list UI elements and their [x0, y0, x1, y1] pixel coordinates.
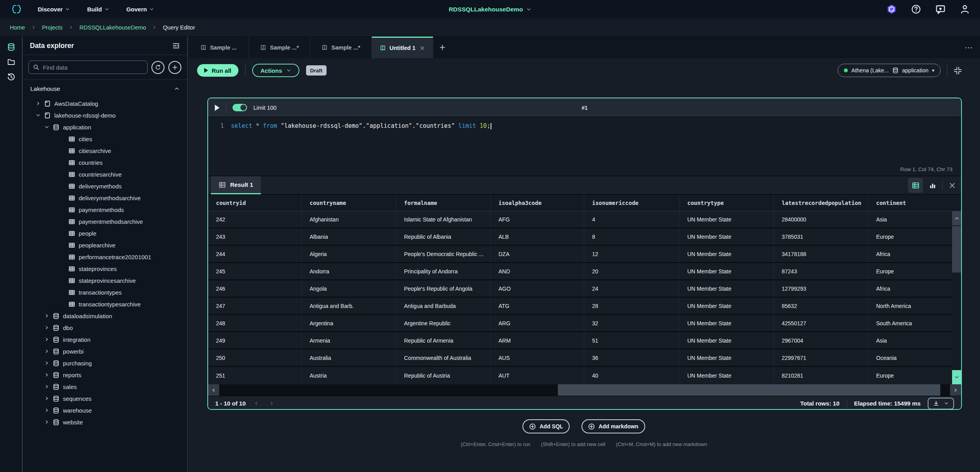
sql-editor[interactable]: 1 select * from "lakehouse-rdssql-demo".…	[208, 117, 961, 176]
chart-view-button[interactable]	[929, 182, 936, 189]
collapse-view-icon[interactable]	[954, 66, 962, 75]
editor-tab[interactable]: Sample ...*	[249, 37, 310, 58]
table-cell: Andorra	[302, 263, 396, 279]
nav-menu-govern[interactable]: Govern	[126, 6, 154, 13]
chevron-right-icon	[44, 337, 49, 342]
tree-item-transactiontypes[interactable]: transactiontypes	[22, 286, 187, 298]
tree-item-label: citiesarchive	[79, 148, 111, 154]
tree-item-countriesarchive[interactable]: countriesarchive	[22, 168, 187, 180]
close-tab-icon[interactable]	[420, 46, 425, 51]
chevron-right-icon	[44, 384, 49, 389]
tab-label: Sample ...*	[331, 44, 360, 51]
table-cell: UN Member State	[679, 229, 774, 245]
feedback-icon[interactable]	[936, 4, 945, 14]
top-nav: DiscoverBuildGovern RDSSQLLakehouseDemo	[0, 0, 980, 18]
new-tab-button[interactable]	[433, 37, 451, 58]
close-results-button[interactable]	[949, 182, 956, 189]
table-cell: 2967004	[774, 332, 868, 348]
tree-item-cities[interactable]: cities	[22, 133, 187, 145]
vertical-scroll-thumb[interactable]	[952, 226, 961, 273]
sagemaker-studio-logo-icon[interactable]	[10, 4, 23, 15]
scroll-up-button[interactable]	[952, 211, 961, 225]
chevron-left-icon	[211, 388, 216, 393]
breadcrumb-link[interactable]: Home	[10, 24, 25, 31]
tree-item-transactiontypesarchive[interactable]: transactiontypesarchive	[22, 298, 187, 310]
column-header-countryname: countryname	[302, 195, 396, 211]
tree-item-AwsDataCatalog[interactable]: AwsDataCatalog	[22, 98, 187, 109]
previous-page-button[interactable]	[254, 401, 259, 406]
project-switcher[interactable]: RDSSQLLakehouseDemo	[449, 6, 532, 13]
tree-item-sequences[interactable]: sequences	[22, 393, 187, 404]
column-header-label: countryname	[310, 200, 346, 206]
scroll-right-button[interactable]	[950, 384, 961, 396]
history-icon[interactable]	[7, 73, 15, 81]
limit-toggle[interactable]	[233, 104, 247, 111]
breadcrumb-link[interactable]: RDSSQLLakehouseDemo	[79, 24, 146, 31]
run-cell-button[interactable]	[215, 105, 220, 111]
tree-item-integration[interactable]: integration	[22, 334, 187, 345]
tree-item-purchasing[interactable]: purchasing	[22, 357, 187, 369]
add-markdown-button[interactable]: Add markdown	[581, 419, 645, 433]
table-row: 251AustriaRepublic of AustriaAUT40UN Mem…	[208, 367, 952, 384]
breadcrumb-link[interactable]: Projects	[42, 24, 63, 31]
tree-item-countries[interactable]: countries	[22, 157, 187, 168]
vertical-scrollbar[interactable]	[952, 211, 961, 384]
actions-button[interactable]: Actions	[252, 64, 299, 77]
tree-item-dataloadsimulation[interactable]: dataloadsimulation	[22, 310, 187, 322]
tree-item-stateprovincesarchive[interactable]: stateprovincesarchive	[22, 275, 187, 286]
tree-item-website[interactable]: website	[22, 416, 187, 428]
tree-item-deliverymethods[interactable]: deliverymethods	[22, 180, 187, 192]
tree-item-lakehouse-rdssql-demo[interactable]: lakehouse-rdssql-demo	[22, 109, 187, 121]
tree-item-stateprovinces[interactable]: stateprovinces	[22, 263, 187, 275]
tree-item-sales[interactable]: sales	[22, 381, 187, 393]
tree-item-paymentmethods[interactable]: paymentmethods	[22, 204, 187, 216]
tab-overflow-menu[interactable]: ⋯	[965, 43, 974, 52]
nav-menu-discover[interactable]: Discover	[38, 6, 70, 13]
tree-item-people[interactable]: people	[22, 227, 187, 239]
tree-item-powerbi[interactable]: powerbi	[22, 345, 187, 357]
user-icon[interactable]	[960, 4, 970, 14]
lakehouse-section-header[interactable]: Lakehouse	[22, 80, 187, 98]
table-cell: 248	[208, 315, 302, 331]
table-cell: Europe	[868, 263, 952, 279]
next-page-button[interactable]	[269, 401, 274, 406]
editor-tab[interactable]: Sample ...	[188, 37, 249, 58]
tree-item-dbo[interactable]: dbo	[22, 322, 187, 334]
table-view-button[interactable]	[908, 178, 923, 193]
add-sql-button[interactable]: Add SQL	[522, 419, 570, 433]
tree-item-citiesarchive[interactable]: citiesarchive	[22, 145, 187, 157]
tree-item-warehouse[interactable]: warehouse	[22, 404, 187, 416]
search-input[interactable]	[43, 64, 143, 71]
table-cell: 4	[584, 211, 679, 227]
amazon-q-icon[interactable]	[887, 4, 897, 14]
chevron-down-icon	[36, 113, 41, 118]
tree-item-reports[interactable]: reports	[22, 369, 187, 381]
tree-item-performancetrace20201001[interactable]: performancetrace20201001	[22, 251, 187, 263]
connection-selector[interactable]: Athena (Lake... application ▾	[838, 64, 941, 77]
result-table-body: 242AfghanistanIslamic State of Afghanist…	[208, 211, 961, 384]
horizontal-scroll-thumb[interactable]	[558, 384, 940, 396]
folder-icon[interactable]	[7, 58, 15, 66]
tree-item-application[interactable]: application	[22, 121, 187, 133]
editor-tab-active[interactable]: Untitled 1	[372, 37, 433, 58]
data-explorer-icon[interactable]	[7, 43, 15, 51]
scroll-left-button[interactable]	[208, 384, 219, 396]
scroll-down-button[interactable]	[952, 370, 961, 384]
collapse-panel-icon[interactable]	[172, 42, 180, 50]
download-results-button[interactable]	[928, 398, 954, 409]
tree-item-peoplearchive[interactable]: peoplearchive	[22, 239, 187, 251]
table-icon	[68, 183, 75, 190]
column-header-label: latestrecordedpopulation	[782, 200, 861, 206]
nav-menu-build[interactable]: Build	[87, 6, 109, 13]
table-cell: Afghanistan	[302, 211, 396, 227]
refresh-button[interactable]	[151, 61, 164, 74]
result-tab[interactable]: Result 1	[211, 176, 261, 194]
tree-item-label: transactiontypes	[79, 289, 122, 296]
add-data-button[interactable]	[168, 61, 181, 74]
run-all-button[interactable]: Run all	[197, 64, 238, 77]
help-icon[interactable]	[911, 4, 921, 14]
editor-tab[interactable]: Sample ...*	[310, 37, 372, 58]
tree-item-paymentmethodsarchive[interactable]: paymentmethodsarchive	[22, 216, 187, 227]
project-title: RDSSQLLakehouseDemo	[449, 6, 523, 13]
tree-item-deliverymethodsarchive[interactable]: deliverymethodsarchive	[22, 192, 187, 204]
